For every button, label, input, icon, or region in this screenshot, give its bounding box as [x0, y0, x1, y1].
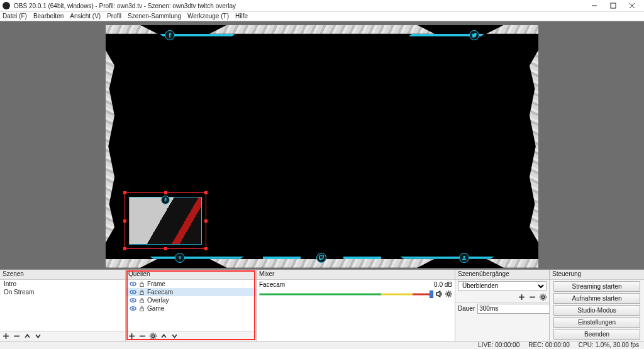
svg-point-10 [132, 283, 134, 285]
lock-icon[interactable] [139, 281, 145, 287]
resize-handle[interactable] [204, 219, 208, 223]
overlay-side-left [106, 50, 114, 243]
menu-file[interactable]: Datei (F) [3, 13, 27, 19]
scenes-list[interactable]: Intro On Stream [0, 280, 125, 331]
preview-area[interactable]: $ [0, 21, 644, 269]
scenes-header: Szenen [0, 270, 125, 280]
gear-icon[interactable] [540, 294, 547, 301]
scene-item[interactable]: Intro [0, 280, 125, 288]
status-rec: REC: 00:00:00 [528, 341, 570, 348]
transitions-header: Szenenübergänge [455, 270, 549, 280]
window-titlebar: OBS 20.0.1 (64bit, windows) - Profil: ow… [0, 0, 644, 12]
start-recording-button[interactable]: Aufnahme starten [553, 293, 640, 304]
sources-header: Quellen [126, 270, 256, 280]
scenes-panel: Szenen Intro On Stream [0, 270, 126, 341]
menu-edit[interactable]: Bearbeiten [33, 13, 64, 19]
move-down-icon[interactable] [171, 333, 178, 340]
menu-view[interactable]: Ansicht (V) [70, 13, 101, 19]
speaker-icon[interactable] [436, 291, 443, 297]
lock-icon[interactable] [139, 297, 145, 303]
resize-handle[interactable] [204, 191, 208, 194]
resize-handle[interactable] [123, 247, 126, 250]
source-item[interactable]: Overlay [126, 296, 256, 304]
window-title: OBS 20.0.1 (64bit, windows) - Profil: ow… [14, 3, 585, 9]
visibility-icon[interactable] [130, 280, 136, 287]
resize-handle[interactable] [164, 247, 167, 250]
lock-icon[interactable] [139, 306, 145, 311]
facebook-icon [165, 30, 175, 40]
status-cpu: CPU: 1.0%, 30.00 fps [579, 341, 639, 348]
resize-handle[interactable] [164, 191, 167, 194]
visibility-icon[interactable] [130, 305, 136, 312]
sources-toolbar [126, 331, 256, 341]
visibility-icon[interactable] [130, 297, 136, 304]
transitions-panel: Szenenübergänge Überblenden Dauer [455, 270, 550, 341]
source-item[interactable]: Game [126, 304, 256, 313]
lock-icon[interactable] [139, 289, 145, 295]
start-streaming-button[interactable]: Streaming starten [553, 281, 640, 292]
svg-rect-17 [140, 300, 143, 303]
controls-header: Steuerung [550, 270, 644, 280]
transition-select[interactable]: Überblenden [458, 281, 547, 291]
add-icon[interactable] [3, 333, 9, 340]
duration-label: Dauer [458, 305, 475, 312]
svg-point-25 [447, 293, 450, 296]
mixer-db: 0.0 dB [434, 281, 452, 288]
volume-slider[interactable] [259, 291, 433, 298]
overlay-bottom: $ [106, 254, 538, 268]
svg-rect-14 [140, 292, 143, 295]
gear-icon[interactable] [150, 333, 157, 340]
twitter-icon [469, 30, 479, 40]
add-icon[interactable] [518, 294, 525, 301]
menu-bar: Datei (F) Bearbeiten Ansicht (V) Profil … [0, 12, 644, 21]
svg-point-29 [541, 296, 544, 298]
svg-rect-11 [140, 284, 143, 287]
move-up-icon[interactable] [160, 333, 167, 340]
studio-mode-button[interactable]: Studio-Modus [553, 305, 640, 316]
source-item[interactable]: Frame [126, 280, 256, 288]
move-up-icon[interactable] [24, 333, 31, 340]
minimize-button[interactable] [585, 0, 604, 11]
visibility-icon[interactable] [130, 289, 136, 296]
app-icon [3, 2, 10, 9]
duration-input[interactable] [477, 304, 549, 314]
status-live: LIVE: 00:00:00 [478, 341, 519, 348]
scenes-toolbar [0, 331, 125, 341]
remove-icon[interactable] [529, 294, 536, 301]
close-button[interactable] [623, 0, 641, 11]
menu-profile[interactable]: Profil [107, 13, 121, 19]
mixer-row: Facecam 0.0 dB [257, 280, 455, 289]
mixer-panel: Mixer Facecam 0.0 dB [257, 270, 455, 341]
controls-panel: Steuerung Streaming starten Aufnahme sta… [550, 270, 644, 341]
dollar-icon: $ [175, 253, 185, 263]
sources-list[interactable]: FrameFacecamOverlayGame [126, 280, 256, 331]
resize-handle[interactable] [204, 247, 208, 250]
move-down-icon[interactable] [35, 333, 42, 340]
exit-button[interactable]: Beenden [553, 329, 640, 340]
mixer-source-name: Facecam [259, 281, 431, 288]
facecam-source-selection[interactable] [125, 192, 206, 249]
resize-handle[interactable] [123, 219, 126, 223]
menu-scene-collection[interactable]: Szenen-Sammlung [128, 13, 181, 19]
settings-button[interactable]: Einstellungen [553, 317, 640, 328]
overlay-side-right [530, 50, 538, 243]
twitch-icon [316, 253, 326, 263]
menu-tools[interactable]: Werkzeuge (T) [187, 13, 229, 19]
facecam-frame [129, 197, 202, 245]
resize-handle[interactable] [123, 191, 126, 194]
remove-icon[interactable] [13, 333, 20, 340]
svg-text:$: $ [179, 255, 182, 260]
remove-icon[interactable] [139, 333, 146, 340]
svg-point-13 [132, 291, 134, 293]
maximize-button[interactable] [604, 0, 623, 11]
svg-rect-20 [140, 308, 143, 311]
gear-icon[interactable] [445, 291, 452, 297]
overlay-top [106, 25, 538, 39]
microphone-icon [161, 196, 170, 204]
add-icon[interactable] [128, 333, 135, 340]
preview-canvas[interactable]: $ [106, 25, 538, 268]
scene-item[interactable]: On Stream [0, 288, 125, 296]
menu-help[interactable]: Hilfe [235, 13, 248, 19]
source-item[interactable]: Facecam [126, 288, 256, 296]
mixer-header: Mixer [257, 270, 455, 280]
